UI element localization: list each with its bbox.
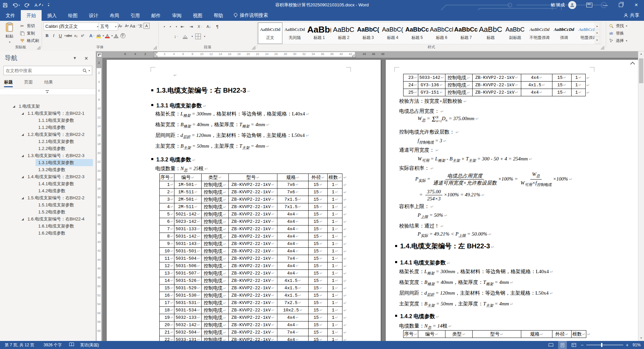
italic-button[interactable]: I xyxy=(50,32,57,39)
character-border-button[interactable]: A xyxy=(144,23,150,29)
font-name-combobox[interactable]: Calibri (西文正文▾ xyxy=(44,22,100,31)
heading-1-4-1[interactable]: 1.4.1 电缆支架参数↵ xyxy=(395,259,450,267)
change-case-button[interactable]: Aa▾ xyxy=(130,22,137,29)
style-item[interactable]: AaBbCcl标题 6 xyxy=(429,22,454,44)
collapse-triangle-icon[interactable] xyxy=(21,134,24,136)
zoom-level[interactable]: 91% xyxy=(633,343,641,347)
doc-paragraph[interactable]: 格架宽度：B格架 = 40mm，格架厚度：T格架 = 4mm↵ xyxy=(155,121,270,130)
redo-button[interactable] xyxy=(24,3,30,7)
doc-paragraph[interactable]: 格架宽度：B格架 = 40mm，格架厚度：T格架 = 4mm↵ xyxy=(399,279,514,287)
formula-check-result[interactable]: P实际 = 49.21% < P上限 = 50.00%↵ xyxy=(418,231,492,239)
underline-button[interactable]: U xyxy=(57,32,64,39)
heading-1-4-2[interactable]: 1.4.2 电缆参数↵ xyxy=(395,313,439,320)
customize-qat-button[interactable]: ▾ xyxy=(48,3,49,7)
vertical-ruler[interactable]: 2246810121416182022242628303234363840424… xyxy=(96,58,102,341)
ribbon-display-options-button[interactable] xyxy=(582,0,598,10)
nav-heading-item[interactable]: 1.2.1电缆支架参数 xyxy=(0,138,96,145)
style-item[interactable]: AaBbCcDd强调 xyxy=(552,22,576,44)
clipboard-dialog-launcher[interactable] xyxy=(37,46,40,49)
styles-dialog-launcher[interactable] xyxy=(601,46,604,49)
font-size-combobox[interactable]: 五号▾ xyxy=(99,22,118,31)
style-item[interactable]: AaBbC(标题 4 xyxy=(380,22,405,44)
minimize-button[interactable]: — xyxy=(598,0,613,10)
cable-table-page2-header[interactable]: 序号↵编号↵类型↵型号↵规格↵外径↵根数↵↵ xyxy=(403,330,592,338)
nav-heading-item[interactable]: 1.6.2电缆参数 xyxy=(0,230,96,237)
asian-layout-button[interactable]: X▾ xyxy=(197,23,203,30)
document-page-8[interactable]: 23↵5033-142↵控制电缆↵ZB-KVVP2-22-1kV↵4x4↵15↵… xyxy=(386,60,638,341)
nav-heading-item[interactable]: 1.2.电缆支架编号：左BH22-2 xyxy=(0,131,96,138)
scrollbar-thumb[interactable] xyxy=(639,58,643,83)
collapse-ribbon-button[interactable] xyxy=(629,61,636,67)
style-pen-button[interactable]: A ▾ xyxy=(35,3,43,8)
copy-button[interactable]: 复制 xyxy=(17,30,40,37)
nav-heading-item[interactable]: 1.5.1电缆支架参数 xyxy=(0,201,96,208)
cable-table-page2-continuation[interactable]: 23↵5033-142↵控制电缆↵ZB-KVVP2-22-1kV↵4x4↵15↵… xyxy=(403,74,592,96)
doc-paragraph[interactable]: 容积率上限：↵ xyxy=(399,203,434,210)
show-marks-button[interactable]: ¶ xyxy=(214,23,221,30)
doc-paragraph[interactable]: 电缆数量：N总 = 14根↵ xyxy=(399,323,452,331)
nav-close-icon[interactable]: ✕ xyxy=(84,56,88,61)
decrease-indent-button[interactable]: ⇤ xyxy=(179,23,186,30)
ribbon-tab-视图[interactable]: 视图 xyxy=(187,10,208,21)
nav-heading-item[interactable]: 1.5.2电缆参数 xyxy=(0,208,96,215)
nav-search-input[interactable] xyxy=(4,68,83,73)
replace-button[interactable]: ab 替换 xyxy=(606,30,643,37)
styles-gallery-scroll[interactable]: ▲▼▼ xyxy=(594,22,600,44)
nav-tab-页面[interactable]: 页面 xyxy=(24,79,33,85)
horizontal-ruler[interactable]: 6422468101214161820222426283032343638404… xyxy=(102,51,638,58)
doc-paragraph[interactable]: 电缆数量：N总 = 25根↵ xyxy=(155,165,208,173)
text-effects-button[interactable]: A▾ xyxy=(89,32,95,39)
nav-jump-to-top-bar[interactable] xyxy=(0,89,96,95)
nav-heading-item[interactable]: 1.5.电缆支架编号：右BH22-2 xyxy=(0,194,96,201)
user-avatar[interactable] xyxy=(568,1,576,9)
shading-bucket-button[interactable]: ◇ xyxy=(182,33,189,40)
tab-stop-selector[interactable] xyxy=(97,52,102,57)
web-layout-button[interactable] xyxy=(570,341,578,349)
nav-heading-item[interactable]: 1.1.电缆支架编号：左BH22-1 xyxy=(0,110,96,117)
collapse-triangle-icon[interactable] xyxy=(13,105,15,108)
doc-paragraph[interactable]: 主架宽度：B主架 = 50mm，主架厚度：T主架 = 4mm↵ xyxy=(399,301,514,309)
doc-paragraph[interactable]: 格架长度：L格架 = 300mm，格架材料：等边角钢，格架规格：L40x4↵ xyxy=(155,111,309,119)
shrink-font-button[interactable]: A▾ xyxy=(123,22,130,29)
proofing-status-icon[interactable] xyxy=(69,342,74,348)
collapse-triangle-icon[interactable] xyxy=(21,112,24,115)
font-color-button[interactable]: A xyxy=(104,32,111,39)
nav-tab-标题[interactable]: 标题 xyxy=(4,79,13,87)
doc-paragraph[interactable]: 实际容积率：↵ xyxy=(399,165,434,172)
style-item[interactable]: AaBbC(标题 3 xyxy=(356,22,380,44)
superscript-button[interactable]: x² xyxy=(79,32,86,39)
cut-button[interactable]: ✂剪切 xyxy=(17,22,40,30)
nav-tab-结果[interactable]: 结果 xyxy=(44,79,53,85)
nav-heading-item[interactable]: 1.2.2电缆参数 xyxy=(0,145,96,152)
nav-heading-item[interactable]: 1.6.1电缆支架参数 xyxy=(0,222,96,230)
word-count-status[interactable]: 3926 个字 xyxy=(44,342,62,348)
style-item[interactable]: AaBbCc标题 5 xyxy=(405,22,429,44)
page-number-status[interactable]: 第 7 页, 共 12 页 xyxy=(5,342,34,348)
heading-1-3[interactable]: 1.3.电缆支架编号：右 BH22-3↵ xyxy=(151,86,251,96)
search-icon[interactable] xyxy=(83,68,87,73)
grow-font-button[interactable]: A▴ xyxy=(117,22,123,29)
nav-heading-item[interactable]: 1.电缆支架 xyxy=(0,103,96,110)
nav-options-dropdown-icon[interactable]: ▼ xyxy=(73,56,77,60)
nav-heading-item[interactable]: 1.3.电缆支架编号：右BH22-3 xyxy=(0,152,96,159)
ribbon-tab-绘图[interactable]: 绘图 xyxy=(62,10,83,21)
formula-available-width[interactable]: W可用 = L格架 - B主架 + T主架 = 300 - 50 + 4 = 2… xyxy=(418,156,532,164)
signed-in-user[interactable]: 鲍 骏成 xyxy=(550,2,565,8)
style-item[interactable]: AaBbCcD标题 7 xyxy=(454,22,478,44)
nav-heading-item[interactable]: 1.3.2电缆参数 xyxy=(0,166,96,173)
doc-paragraph[interactable]: 层间间距：d层距 = 120mm，主架材料：等边角钢，主架规格：L50x4↵ xyxy=(155,132,309,140)
ribbon-tab-插入[interactable]: 插入 xyxy=(42,10,62,21)
ribbon-tab-设计[interactable]: 设计 xyxy=(83,10,104,21)
style-item[interactable]: AaBbC标题 2 xyxy=(331,22,356,44)
doc-paragraph[interactable]: 格架长度：L格架 = 300mm，格架材料：等边角钢，格架规格：L40x4↵ xyxy=(399,268,553,277)
format-painter-button[interactable]: 格式刷 xyxy=(17,37,40,44)
select-button[interactable]: 选择▾ xyxy=(606,37,643,44)
strikethrough-button[interactable]: abc xyxy=(66,32,72,39)
style-item[interactable]: AaBbC副标题 xyxy=(503,22,527,44)
nav-heading-item[interactable]: 1.6.电缆支架编号：右BH22-4 xyxy=(0,215,96,222)
style-item[interactable]: AaBb(标题 1 xyxy=(307,22,331,44)
borders-button[interactable] xyxy=(195,34,201,39)
ribbon-tab-开始[interactable]: 开始 xyxy=(21,10,42,21)
scroll-up-icon[interactable]: ▲ xyxy=(638,51,644,57)
formula-layers[interactable]: f控制电缆 = 3↵ xyxy=(418,138,446,146)
